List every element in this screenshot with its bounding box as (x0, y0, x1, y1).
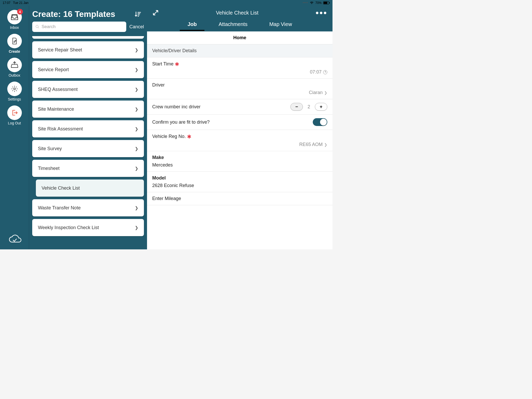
field-start-time[interactable]: Start Time ✱ 07:07 (147, 57, 332, 79)
field-model: Model 2628 Econic Refuse (147, 172, 332, 192)
chevron-right-icon: ❯ (135, 107, 138, 112)
detail-title: Vehicle Check List (159, 10, 315, 16)
template-item[interactable]: Service Report❯ (32, 61, 144, 78)
cancel-button[interactable]: Cancel (129, 24, 144, 30)
wifi-icon (310, 1, 314, 4)
field-label-text: Enter Mileage (152, 196, 327, 201)
field-crew: Crew number inc driver − 2 + (147, 99, 332, 115)
field-fit-to-drive: Confirm you are fit to drive? (147, 115, 332, 130)
field-label-text: Confirm you are fit to drive? (152, 119, 210, 125)
stepper-minus[interactable]: − (290, 103, 303, 111)
template-item[interactable]: Site Maintenance❯ (32, 101, 144, 118)
sort-icon[interactable] (134, 10, 142, 18)
required-icon: ✱ (187, 134, 191, 139)
chevron-right-icon: ❯ (135, 67, 138, 72)
gear-icon (11, 85, 18, 92)
fit-toggle[interactable] (313, 118, 327, 126)
chevron-right-icon: ❯ (135, 87, 138, 92)
status-date: Tue 21 Jan (13, 1, 29, 5)
templates-list[interactable]: Service Repair Sheet❯ Service Report❯ SH… (29, 35, 147, 249)
template-item[interactable]: Weekly Inspection Check List❯ (32, 219, 144, 236)
templates-panel: Create: 16 Templates Cancel Service Repa… (29, 6, 147, 249)
template-label: Timesheet (38, 166, 59, 171)
template-item[interactable]: Site Survey❯ (32, 140, 144, 157)
detail-panel: Vehicle Check List ●●● Job Attachments M… (147, 6, 332, 249)
tab-job[interactable]: Job (185, 20, 200, 30)
tab-map[interactable]: Map View (267, 20, 295, 30)
svg-point-3 (14, 88, 15, 90)
field-label-text: Start Time (152, 61, 174, 66)
chevron-right-icon: ❯ (324, 91, 327, 95)
field-make: Make Mercedes (147, 151, 332, 172)
clock-icon (323, 70, 327, 74)
chevron-right-icon: ❯ (135, 205, 138, 210)
template-label: Weekly Inspection Check List (38, 225, 99, 230)
section-header: Vehicle/Driver Details (147, 44, 332, 57)
rail-label: Settings (8, 97, 21, 101)
rail-create[interactable]: Create (7, 32, 22, 55)
search-input[interactable] (42, 24, 123, 29)
rail-settings[interactable]: Settings (7, 80, 22, 103)
chevron-right-icon: ❯ (324, 143, 327, 147)
stepper-plus[interactable]: + (315, 103, 327, 111)
rail-label: Log Out (8, 121, 21, 125)
template-item[interactable]: Site Risk Assessment❯ (32, 120, 144, 137)
breadcrumb-home[interactable]: Home (147, 31, 332, 44)
svg-point-4 (36, 25, 38, 28)
field-label-text: Driver (152, 82, 327, 88)
rail-label: Inbox (10, 25, 19, 30)
rail-outbox[interactable]: Outbox (7, 56, 22, 79)
cloud-sync-icon[interactable] (7, 234, 22, 245)
svg-rect-1 (324, 2, 327, 4)
cellular-dots-icon: •••• (303, 1, 308, 5)
template-item[interactable]: Timesheet❯ (32, 160, 144, 177)
outbox-icon (11, 61, 18, 69)
rail-label: Outbox (9, 73, 20, 77)
field-value-text: Ciaran (309, 90, 323, 95)
required-icon: ✱ (175, 61, 179, 67)
search-box[interactable] (32, 22, 126, 32)
chevron-right-icon: ❯ (135, 48, 138, 52)
field-mileage[interactable]: Enter Mileage (147, 192, 332, 205)
field-label-text: Model (152, 175, 327, 181)
logout-icon (11, 109, 18, 116)
status-bar: 17:07 Tue 21 Jan •••• 70% (0, 0, 332, 6)
template-label: Site Survey (38, 146, 62, 151)
template-item[interactable]: Waste Transfer Note❯ (32, 199, 144, 216)
tab-attachments[interactable]: Attachments (216, 20, 250, 30)
nav-rail: 4 Inbox Create Outbox Settings (0, 6, 29, 249)
field-label-text: Make (152, 155, 327, 160)
field-value-text: RE65 AOM (299, 142, 323, 147)
rail-label: Create (9, 49, 20, 54)
svg-rect-2 (329, 2, 330, 4)
chevron-right-icon: ❯ (135, 225, 138, 230)
stepper-value: 2 (308, 104, 310, 110)
template-item-selected[interactable]: Vehicle Check List❯ (36, 179, 144, 197)
crew-stepper: − 2 + (290, 103, 327, 111)
field-label-text: Crew number inc driver (152, 104, 201, 110)
template-label: SHEQ Assessment (38, 87, 78, 92)
list-item-peek (32, 36, 144, 39)
field-vehicle-reg[interactable]: Vehicle Reg No. ✱ RE65 AOM ❯ (147, 130, 332, 151)
inbox-icon (11, 13, 18, 21)
rail-logout[interactable]: Log Out (7, 104, 22, 127)
search-icon (35, 25, 39, 29)
expand-icon[interactable] (152, 9, 159, 16)
inbox-badge: 4 (17, 9, 23, 15)
more-icon[interactable]: ●●● (315, 9, 327, 16)
template-item[interactable]: Service Repair Sheet❯ (32, 41, 144, 58)
template-label: Vehicle Check List (42, 185, 80, 191)
field-value-text: 2628 Econic Refuse (152, 183, 327, 188)
template-label: Site Maintenance (38, 107, 74, 112)
battery-percent: 70% (315, 1, 322, 5)
chevron-right-icon: ❯ (135, 146, 138, 151)
field-driver[interactable]: Driver Ciaran ❯ (147, 79, 332, 99)
template-label: Service Report (38, 67, 69, 72)
create-icon (11, 37, 18, 45)
template-label: Waste Transfer Note (38, 205, 81, 211)
rail-inbox[interactable]: 4 Inbox (7, 8, 22, 31)
field-value-text: Mercedes (152, 162, 327, 168)
templates-title: Create: 16 Templates (32, 9, 115, 19)
template-item[interactable]: SHEQ Assessment❯ (32, 81, 144, 98)
battery-icon (323, 1, 330, 4)
